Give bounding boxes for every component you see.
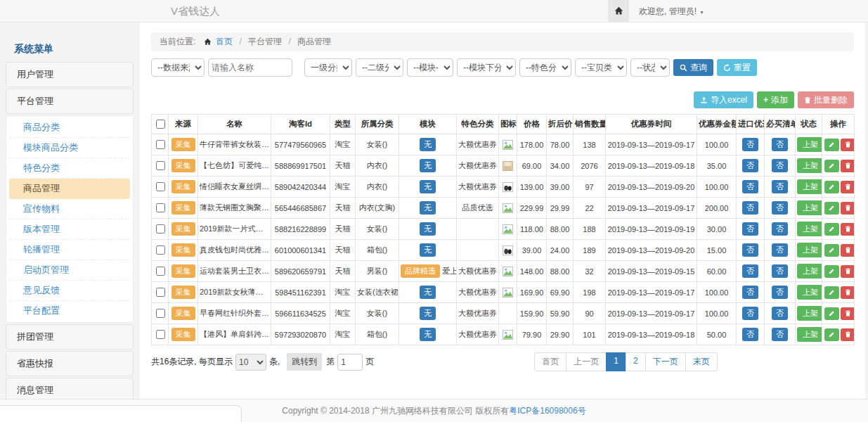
must-buy-toggle[interactable]: 否 — [772, 138, 788, 151]
edit-button[interactable] — [824, 307, 839, 320]
sidebar-item[interactable]: 模块商品分类 — [9, 138, 130, 158]
status-badge[interactable]: 上架 — [797, 200, 822, 215]
module-badge[interactable]: 无 — [420, 138, 436, 151]
import-select-toggle[interactable]: 否 — [742, 264, 758, 278]
row-checkbox[interactable] — [156, 140, 165, 149]
module-badge[interactable]: 无 — [420, 286, 436, 299]
status-badge[interactable]: 上架 — [797, 137, 822, 152]
row-checkbox[interactable] — [156, 245, 165, 255]
edit-button[interactable] — [824, 223, 839, 236]
status-badge[interactable]: 上架 — [797, 306, 822, 321]
pager-button[interactable]: 2 — [626, 352, 646, 371]
row-checkbox[interactable] — [156, 330, 165, 339]
per-page-select[interactable]: 10 — [235, 354, 266, 371]
pager-button[interactable]: 1 — [606, 352, 626, 371]
sidebar-item[interactable]: 商品分类 — [9, 117, 130, 138]
edit-button[interactable] — [824, 328, 839, 341]
import-select-toggle[interactable]: 否 — [742, 222, 758, 236]
edit-button[interactable] — [824, 202, 839, 215]
filter-select[interactable]: --宝贝类型-- — [575, 58, 627, 77]
sidebar-item[interactable]: 版本管理 — [9, 219, 130, 240]
filter-select[interactable]: --状态-- — [630, 58, 670, 77]
filter-select[interactable]: --特色分类-- — [519, 58, 571, 77]
delete-button[interactable] — [841, 139, 855, 151]
row-checkbox[interactable] — [156, 309, 165, 318]
edit-button[interactable] — [824, 139, 839, 151]
sidebar-item[interactable]: 特色分类 — [9, 158, 130, 179]
pager-button[interactable]: 下一页 — [645, 352, 686, 371]
home-button[interactable] — [608, 0, 629, 23]
row-checkbox[interactable] — [156, 161, 165, 170]
import-select-toggle[interactable]: 否 — [742, 328, 758, 341]
must-buy-toggle[interactable]: 否 — [772, 286, 788, 299]
edit-button[interactable] — [824, 286, 839, 299]
sidebar-item-active[interactable]: 商品管理 — [9, 179, 130, 199]
breadcrumb-home-link[interactable]: 首页 — [216, 37, 233, 46]
module-badge[interactable]: 无 — [420, 201, 436, 215]
module-badge[interactable]: 无 — [420, 328, 436, 341]
select-all-checkbox[interactable] — [156, 120, 165, 129]
sidebar-group[interactable]: 用户管理 — [6, 62, 134, 87]
must-buy-toggle[interactable]: 否 — [772, 328, 788, 341]
icp-link[interactable]: 粤ICP备16098006号 — [509, 405, 585, 417]
edit-button[interactable] — [824, 160, 839, 172]
edit-button[interactable] — [824, 265, 839, 278]
user-menu[interactable]: 欢迎您, 管理员!▼ — [629, 6, 714, 18]
row-checkbox[interactable] — [156, 288, 165, 297]
sidebar-item[interactable]: 平台配置 — [9, 301, 130, 321]
pager-button[interactable]: 上一页 — [566, 352, 607, 371]
must-buy-toggle[interactable]: 否 — [772, 222, 788, 236]
import-select-toggle[interactable]: 否 — [742, 138, 758, 151]
search-button[interactable]: 查询 — [673, 59, 713, 76]
must-buy-toggle[interactable]: 否 — [772, 243, 788, 257]
sidebar-group[interactable]: 省惠快报 — [6, 351, 134, 376]
sidebar-item[interactable]: 启动页管理 — [9, 260, 130, 281]
must-buy-toggle[interactable]: 否 — [772, 159, 788, 172]
row-checkbox[interactable] — [156, 224, 165, 234]
must-buy-toggle[interactable]: 否 — [772, 180, 788, 193]
filter-select[interactable]: --模块下分类-- — [457, 58, 516, 77]
import-select-toggle[interactable]: 否 — [742, 201, 758, 215]
import-select-toggle[interactable]: 否 — [742, 243, 758, 257]
sidebar-item[interactable]: 轮播管理 — [9, 240, 130, 260]
import-select-toggle[interactable]: 否 — [742, 286, 758, 299]
import-select-toggle[interactable]: 否 — [742, 159, 758, 172]
delete-button[interactable] — [841, 265, 855, 278]
sidebar-item[interactable]: 意见反馈 — [9, 281, 130, 301]
module-badge[interactable]: 无 — [420, 180, 436, 193]
add-button[interactable]: + 添加 — [757, 91, 794, 108]
batch-delete-button[interactable]: 批量删除 — [798, 91, 854, 108]
reset-button[interactable]: 重置 — [717, 59, 757, 76]
module-badge[interactable]: 品牌精选 — [401, 264, 440, 278]
module-badge[interactable]: 无 — [420, 243, 436, 257]
delete-button[interactable] — [841, 160, 855, 172]
module-badge[interactable]: 无 — [420, 159, 436, 172]
import-select-toggle[interactable]: 否 — [742, 180, 758, 193]
delete-button[interactable] — [841, 223, 855, 236]
module-badge[interactable]: 无 — [420, 307, 436, 320]
jump-button[interactable]: 跳转到 — [287, 353, 322, 371]
module-badge[interactable]: 无 — [420, 222, 436, 236]
delete-button[interactable] — [841, 286, 855, 299]
pager-button[interactable]: 末页 — [685, 352, 718, 371]
row-checkbox[interactable] — [156, 203, 165, 212]
status-badge[interactable]: 上架 — [797, 243, 822, 257]
status-badge[interactable]: 上架 — [797, 158, 822, 173]
page-number-input[interactable] — [337, 354, 363, 371]
delete-button[interactable] — [841, 328, 855, 341]
sidebar-item[interactable]: 宣传物料 — [9, 199, 130, 219]
pager-button[interactable]: 首页 — [534, 352, 566, 371]
status-badge[interactable]: 上架 — [797, 179, 822, 194]
edit-button[interactable] — [824, 244, 839, 257]
import-excel-button[interactable]: 导入excel — [694, 91, 753, 108]
status-badge[interactable]: 上架 — [797, 285, 822, 300]
must-buy-toggle[interactable]: 否 — [772, 201, 788, 215]
must-buy-toggle[interactable]: 否 — [772, 264, 788, 278]
filter-select[interactable]: --二级分类-- — [356, 58, 403, 77]
must-buy-toggle[interactable]: 否 — [772, 307, 788, 320]
data-source-select[interactable]: --数据来源-- — [151, 58, 205, 77]
filter-select[interactable]: 一级分类 — [304, 58, 352, 77]
row-checkbox[interactable] — [156, 267, 165, 276]
delete-button[interactable] — [841, 181, 855, 193]
sidebar-group[interactable]: 拼团管理 — [6, 324, 134, 350]
